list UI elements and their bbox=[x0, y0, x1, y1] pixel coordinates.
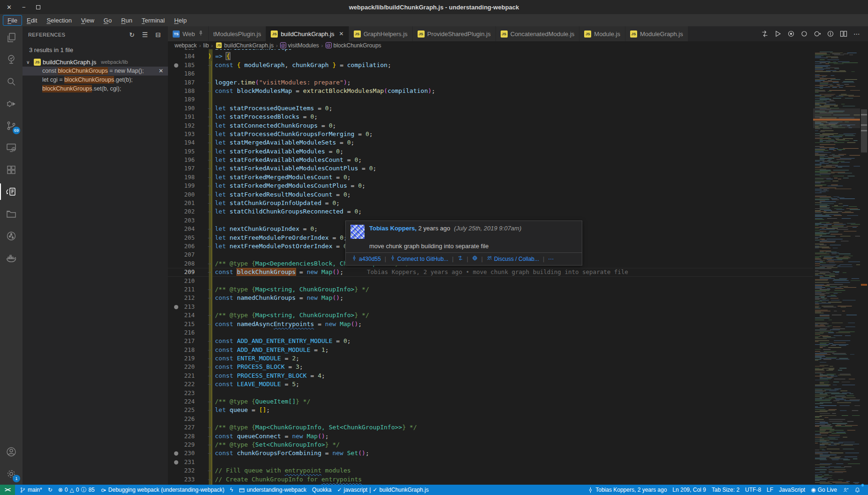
line-number[interactable]: 226 bbox=[168, 415, 195, 423]
line-number[interactable]: 185 bbox=[168, 61, 195, 69]
code-line-187[interactable]: 187→logger.time("visitModules: prepare")… bbox=[168, 78, 813, 87]
minimap[interactable] bbox=[813, 49, 860, 485]
status-language-mode[interactable]: JavaScript bbox=[776, 485, 808, 495]
status-project-status[interactable]: understanding-webpack bbox=[236, 485, 309, 495]
code-line-188[interactable]: 188→const blockModulesMap = extractBlock… bbox=[168, 87, 813, 95]
code-line-198[interactable]: 198→let statForkedMergedModulesCount = 0… bbox=[168, 173, 813, 182]
code-line-201[interactable]: 201→let statChunkGroupInfoUpdated = 0; bbox=[168, 199, 813, 207]
activitybar-docker[interactable] bbox=[0, 247, 23, 269]
open-changes-icon[interactable] bbox=[760, 29, 769, 38]
code-line-217[interactable]: 217→const ADD_AND_ENTER_ENTRY_MODULE = 0… bbox=[168, 337, 813, 345]
open-remote-link[interactable] bbox=[472, 255, 478, 262]
reference-result-1[interactable]: const blockChunkGroups = new Map();✕ bbox=[23, 67, 168, 76]
menu-help[interactable]: Help bbox=[169, 15, 191, 26]
reference-file-row[interactable]: ∨ JS buildChunkGraph.js webpack/lib bbox=[23, 57, 168, 67]
activitybar-search[interactable] bbox=[0, 70, 23, 92]
editor-scrollbar[interactable] bbox=[860, 49, 868, 485]
line-number[interactable]: 209 bbox=[168, 268, 195, 276]
status-notifications-bell[interactable] bbox=[852, 485, 863, 495]
quokka-run-icon[interactable] bbox=[813, 29, 822, 38]
line-number[interactable]: 213 bbox=[168, 303, 195, 311]
tab-providesharedplugin-js[interactable]: JSProvideSharedPlugin.js bbox=[413, 26, 496, 41]
line-number[interactable]: 189 bbox=[168, 95, 195, 104]
code-line-190[interactable]: 190→let statProcessedQueueItems = 0; bbox=[168, 104, 813, 113]
line-number[interactable]: 202 bbox=[168, 207, 195, 216]
line-number[interactable]: 223 bbox=[168, 389, 195, 397]
status-cursor-position[interactable]: Ln 209, Col 9 bbox=[670, 485, 708, 495]
split-editor-icon[interactable] bbox=[839, 29, 848, 38]
line-number[interactable]: 187 bbox=[168, 78, 195, 87]
line-number[interactable]: 222 bbox=[168, 380, 195, 388]
live-preview-icon[interactable] bbox=[826, 29, 835, 38]
line-number[interactable]: 227 bbox=[168, 423, 195, 432]
line-number[interactable]: 217 bbox=[168, 337, 195, 345]
code-line-228[interactable]: 228→const queueConnect = new Map(); bbox=[168, 432, 813, 441]
quokka-start-icon[interactable] bbox=[786, 29, 796, 38]
status-bolt-status[interactable]: ϟ bbox=[227, 485, 236, 495]
code-line-195[interactable]: 195→let statForkedAvailableModules = 0; bbox=[168, 147, 813, 156]
breadcrumb-visitmodules[interactable]: @visitModules bbox=[280, 42, 319, 49]
code-line-199[interactable]: 199→let statForkedMergedModulesCountPlus… bbox=[168, 182, 813, 190]
status-quokka-status[interactable]: Quokka bbox=[309, 485, 334, 495]
line-number[interactable]: 201 bbox=[168, 199, 195, 207]
code-line-193[interactable]: 193→let statProcessedChunkGroupsForMergi… bbox=[168, 130, 813, 138]
code-line-191[interactable]: 191→let statProcessedBlocks = 0; bbox=[168, 113, 813, 121]
close-tab-icon[interactable]: ✕ bbox=[339, 30, 344, 37]
tab-web[interactable]: TSWeb bbox=[168, 26, 209, 41]
code-line-202[interactable]: 202→let statChildChunkGroupsReconnected … bbox=[168, 207, 813, 216]
line-number[interactable]: 214 bbox=[168, 311, 195, 320]
twisty-icon[interactable]: ∨ bbox=[26, 60, 32, 65]
status-go-live[interactable]: ◉Go Live bbox=[808, 485, 840, 495]
code-line-196[interactable]: 196→let statForkedAvailableModulesCount … bbox=[168, 156, 813, 164]
activitybar-accounts[interactable] bbox=[0, 441, 23, 463]
status-debug-status[interactable]: Debugging webpack (understanding-webpack… bbox=[98, 485, 228, 495]
line-number[interactable]: 232 bbox=[168, 466, 195, 475]
status-feedback[interactable] bbox=[840, 485, 852, 495]
status-problems-status[interactable]: ⊗0△0ⓘ85 bbox=[55, 485, 98, 495]
code-line-192[interactable]: 192→let statConnectedChunkGroups = 0; bbox=[168, 122, 813, 130]
clear-results-icon[interactable]: ☰ bbox=[141, 31, 149, 38]
code-line-219[interactable]: 219→const ENTER_MODULE = 2; bbox=[168, 354, 813, 363]
code-line-213[interactable]: 213 bbox=[168, 303, 813, 311]
line-number[interactable]: 207 bbox=[168, 251, 195, 259]
activitybar-git-graph[interactable] bbox=[0, 225, 23, 247]
code-line-226[interactable]: 226 bbox=[168, 415, 813, 423]
breadcrumb-buildchunkgraph-js[interactable]: JSbuildChunkGraph.js bbox=[215, 42, 274, 49]
code-line-211[interactable]: 211→/** @type {Map<string, ChunkGroupInf… bbox=[168, 285, 813, 294]
code-line-185[interactable]: 185→const { moduleGraph, chunkGraph } = … bbox=[168, 61, 813, 69]
more-actions-icon[interactable]: ⋯ bbox=[852, 29, 861, 38]
activitybar-source-control[interactable]: 69 bbox=[0, 114, 23, 137]
line-number[interactable]: 200 bbox=[168, 190, 195, 199]
code-line-222[interactable]: 222→const LEAVE_MODULE = 5; bbox=[168, 380, 813, 388]
status-wallaby-status[interactable]: ✓javascript|✓buildChunkGraph.js bbox=[334, 485, 431, 495]
menu-edit[interactable]: Edit bbox=[22, 15, 42, 26]
line-number[interactable]: 188 bbox=[168, 87, 195, 95]
breadcrumb-webpack[interactable]: webpack bbox=[175, 42, 197, 49]
code-line-189[interactable]: 189 bbox=[168, 95, 813, 104]
line-number[interactable]: 192 bbox=[168, 122, 195, 130]
code-line-223[interactable]: 223 bbox=[168, 389, 813, 397]
code-line-184[interactable]: 184) => { bbox=[168, 52, 813, 61]
line-number[interactable]: 208 bbox=[168, 259, 195, 268]
commit-author-link[interactable]: Tobias Koppers, bbox=[369, 225, 417, 232]
code-line-218[interactable]: 218→const ADD_AND_ENTER_MODULE = 1; bbox=[168, 346, 813, 354]
activitybar-todo-tree[interactable] bbox=[0, 48, 23, 70]
line-number[interactable]: 195 bbox=[168, 147, 195, 156]
code-line-224[interactable]: 224→/** @type {QueueItem[]} */ bbox=[168, 397, 813, 406]
line-number[interactable]: 191 bbox=[168, 113, 195, 121]
line-number[interactable]: 194 bbox=[168, 138, 195, 147]
code-line-215[interactable]: 215→const namedAsyncEntrypoints = new Ma… bbox=[168, 320, 813, 328]
line-number[interactable]: 198 bbox=[168, 173, 195, 182]
commit-sha-link[interactable]: a430d55 bbox=[351, 255, 381, 262]
line-number[interactable]: 231 bbox=[168, 458, 195, 466]
line-number[interactable]: 204 bbox=[168, 225, 195, 233]
line-number[interactable]: 196 bbox=[168, 156, 195, 164]
menu-run[interactable]: Run bbox=[116, 15, 137, 26]
code-line-214[interactable]: 214→/** @type {Map<string, ChunkGroupInf… bbox=[168, 311, 813, 320]
line-number[interactable]: 215 bbox=[168, 320, 195, 328]
line-number[interactable]: 212 bbox=[168, 294, 195, 302]
status-remote-indicator[interactable]: >< bbox=[0, 485, 15, 495]
activitybar-explorer[interactable] bbox=[0, 26, 23, 48]
reference-result-2[interactable]: let cgi = blockChunkGroups.get(b); bbox=[23, 76, 168, 84]
menu-go[interactable]: Go bbox=[99, 15, 116, 26]
